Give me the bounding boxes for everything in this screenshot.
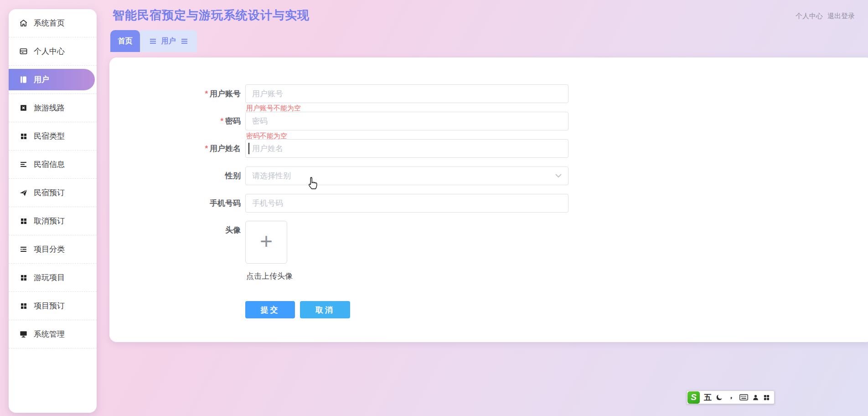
page-title: 智能民宿预定与游玩系统设计与实现 [113,7,310,23]
active-item-pill: 用户 [9,69,95,90]
grid-icon [19,217,28,225]
sidebar-item-label: 用户 [34,74,49,85]
grid-icon [19,132,28,140]
sidebar-item-label: 系统管理 [34,329,65,339]
tab-menu-icon [181,39,187,44]
gender-select-placeholder: 请选择性别 [252,171,555,181]
page: 智能民宿预定与游玩系统设计与实现 个人中心 退出登录 系统首页 个人中心 用户 [0,0,868,416]
avatar-upload-box[interactable]: + [245,221,287,264]
chevron-down-icon [555,174,562,178]
sidebar-item-label: 民宿信息 [34,159,65,170]
grid-icon [19,273,28,282]
tab-user-label: 用户 [161,36,176,46]
list-lines-icon [19,160,28,169]
sidebar-item-users[interactable]: 用户 [9,66,97,94]
sidebar-item-label: 系统首页 [34,18,65,28]
field-label-phone: 手机号码 [113,194,241,213]
phone-input[interactable] [245,194,568,213]
logout-link[interactable]: 退出登录 [827,12,855,21]
field-label-avatar: 头像 [113,221,241,239]
avatar-upload-hint: 点击上传头像 [246,271,293,281]
sidebar-item-travel-routes[interactable]: 旅游线路 [9,94,97,122]
grid-icon [19,302,28,310]
grid-menu-icon[interactable] [763,394,770,401]
password-input[interactable] [245,112,568,130]
cancel-button[interactable]: 取消 [300,301,350,318]
id-card-icon [19,47,28,56]
tab-user[interactable]: 用户 [140,30,197,52]
submit-button[interactable]: 提交 [245,301,295,318]
sidebar-item-profile-center[interactable]: 个人中心 [9,37,97,66]
notebook-icon [19,75,28,84]
sidebar-item-system-management[interactable]: 系统管理 [9,320,97,348]
field-label-name: *用户姓名 [113,139,241,158]
punctuation-icon[interactable]: ， [727,393,735,398]
account-input[interactable] [245,84,568,103]
clipboard-x-icon [19,104,28,112]
field-label-password: *密码 [113,112,241,130]
field-label-account: *用户账号 [113,84,241,103]
sidebar-item-label: 项目预订 [34,301,65,311]
ime-toolbar: S 五 ， [687,390,775,404]
name-input[interactable] [245,139,568,158]
sidebar-item-label: 项目分类 [34,244,65,255]
sidebar-item-homestay-booking[interactable]: 民宿预订 [9,179,97,207]
required-mark: * [205,89,208,98]
sidebar-item-cancel-booking[interactable]: 取消预订 [9,207,97,235]
required-mark: * [220,117,223,125]
sidebar-item-project-categories[interactable]: 项目分类 [9,235,97,264]
sidebar-item-play-projects[interactable]: 游玩项目 [9,264,97,292]
text-caret [248,143,249,154]
sidebar-item-system-home[interactable]: 系统首页 [9,9,97,37]
ime-mode-wubi[interactable]: 五 [704,392,712,403]
person-icon[interactable] [752,394,759,401]
sidebar: 系统首页 个人中心 用户 旅游线路 民宿类型 [9,9,97,413]
user-links: 个人中心 退出登录 [796,12,855,21]
tab-menu-icon [150,39,156,44]
gender-select[interactable]: 请选择性别 [245,166,568,185]
sidebar-item-homestay-info[interactable]: 民宿信息 [9,151,97,179]
sidebar-item-label: 个人中心 [34,46,65,57]
required-mark: * [205,144,208,153]
field-label-gender: 性别 [113,166,241,185]
sidebar-item-project-booking[interactable]: 项目预订 [9,292,97,320]
keyboard-icon[interactable] [739,394,748,400]
profile-link[interactable]: 个人中心 [796,12,823,21]
monitor-icon [19,330,28,338]
tab-home[interactable]: 首页 [110,30,140,52]
tab-bar: 首页 用户 [110,30,197,52]
sidebar-item-label: 民宿类型 [34,131,65,141]
sidebar-item-label: 民宿预订 [34,187,65,198]
sogou-logo-icon[interactable]: S [687,391,700,404]
paper-plane-icon [19,188,28,197]
sidebar-item-label: 旅游线路 [34,103,65,113]
moon-icon[interactable] [716,394,723,401]
home-icon [19,19,28,27]
sidebar-item-homestay-types[interactable]: 民宿类型 [9,122,97,151]
operation-lines-icon [19,245,28,254]
tab-home-label: 首页 [118,36,133,46]
sidebar-item-label: 取消预订 [34,216,65,226]
sidebar-item-label: 游玩项目 [34,272,65,283]
plus-icon: + [260,230,273,252]
